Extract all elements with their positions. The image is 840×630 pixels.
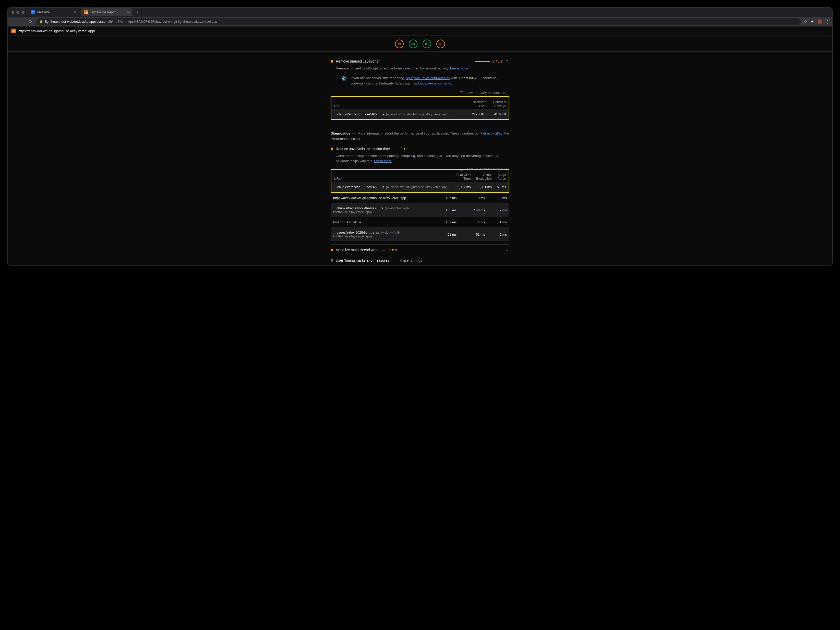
- audit-metric: 2.6 s: [389, 248, 397, 252]
- maximize-window-icon[interactable]: [21, 11, 25, 14]
- reload-button[interactable]: ⟳: [28, 19, 33, 24]
- tab-label: Measure: [37, 11, 50, 14]
- checkbox-icon[interactable]: [460, 92, 463, 94]
- minimize-window-icon[interactable]: [16, 11, 19, 14]
- url-path: /lh/html?url=https%3A%2F%2Faltay-dot-wtf…: [108, 20, 217, 24]
- col-url: URL: [332, 97, 467, 109]
- tab-label: Lighthouse Report: [90, 11, 117, 14]
- audit-remove-unused-js: Remove unused JavaScript 0.45 s ⌃ Remove…: [331, 56, 509, 125]
- score-gauges: 56 93 93 88: [8, 35, 832, 52]
- back-button[interactable]: ←: [10, 19, 16, 24]
- chevron-down-icon[interactable]: ⌄: [505, 248, 509, 252]
- audit-description: Remove unused JavaScript to reduce bytes…: [331, 63, 509, 74]
- lighthouse-icon: ◢: [11, 28, 16, 33]
- info-icon: [331, 259, 333, 262]
- url-host: lighthouse-dot-webdotdevsite.appspot.com: [45, 20, 108, 24]
- report-content: 56 93 93 88 Remove unused JavaScript 0.4…: [8, 35, 832, 265]
- audit-header[interactable]: Reduce JavaScript execution time — 2.1 s…: [331, 147, 509, 151]
- potential-savings: 41.6 KB: [488, 109, 508, 119]
- tested-url: https://altay-dot-wtf-git-lighthouse.alt…: [18, 29, 95, 33]
- transfer-size: 227.7 KB: [467, 109, 488, 119]
- audit-reduce-js-execution: Reduce JavaScript execution time — 2.1 s…: [331, 144, 509, 245]
- table-row: …chunks/efb7ccd….9ae5922….js (altay-dot-…: [332, 109, 508, 119]
- lock-icon: 🔒: [39, 20, 43, 24]
- tab-strip: ⏱ Measure × ◢ Lighthouse Report × +: [8, 8, 832, 17]
- bookmark-star-icon[interactable]: ☆: [804, 19, 807, 24]
- lighthouse-favicon-icon: ◢: [84, 10, 88, 14]
- chevron-up-icon[interactable]: ⌃: [505, 147, 509, 151]
- table-row: …chunks/efb7ccd….9ae5922….js (altay-dot-…: [332, 182, 508, 192]
- audit-title: Reduce JavaScript execution time: [336, 147, 390, 151]
- measure-favicon-icon: ⏱: [31, 10, 35, 14]
- gauge-seo[interactable]: 88: [436, 39, 445, 48]
- close-tab-icon[interactable]: ×: [127, 10, 129, 14]
- report-header: ◢ https://altay-dot-wtf-git-lighthouse.a…: [8, 27, 832, 35]
- address-bar[interactable]: 🔒 lighthouse-dot-webdotdevsite.appspot.c…: [36, 18, 801, 25]
- js-execution-table-rest: https://altay-dot-wtf-git-lighthouse.alt…: [331, 193, 509, 241]
- table-row: …chunks/framework.4fe44a7….js (altay-dot…: [331, 203, 509, 217]
- tab-measure[interactable]: ⏱ Measure ×: [28, 8, 79, 16]
- react-tip: If you are not server-side rendering, sp…: [331, 74, 509, 90]
- browser-window: ⏱ Measure × ◢ Lighthouse Report × + ← → …: [8, 8, 832, 265]
- close-tab-icon[interactable]: ×: [74, 10, 76, 14]
- gauge-performance[interactable]: 56: [395, 39, 404, 48]
- forward-button[interactable]: →: [19, 19, 25, 24]
- audit-metric: 2.1 s: [401, 147, 408, 151]
- audit-minimize-main-thread[interactable]: Minimize main-thread work — 2.6 s ⌄: [331, 245, 509, 255]
- gauge-best-practices[interactable]: 93: [423, 39, 431, 48]
- audit-description: Consider reducing the time spent parsing…: [331, 151, 509, 166]
- file-domain: (altay-dot-wtf-git-lighthouse.altay.verc…: [386, 185, 448, 189]
- extensions-icon[interactable]: ✦: [811, 19, 814, 24]
- directly-affect-link[interactable]: directly affect: [483, 131, 503, 135]
- profile-avatar[interactable]: [818, 19, 822, 24]
- col-potential-savings: PotentialSavings: [488, 97, 508, 109]
- table-row: https://altay-dot-wtf-git-lighthouse.alt…: [331, 193, 509, 203]
- file-name: https://altay-dot-wtf-git-lighthouse.alt…: [333, 196, 406, 200]
- file-name: …chunks/efb7ccd….9ae5922….js: [334, 112, 384, 116]
- file-domain: (altay-dot-wtf-git-lighthouse.altay.verc…: [386, 112, 448, 116]
- chevron-down-icon[interactable]: ⌄: [505, 259, 509, 262]
- close-window-icon[interactable]: [11, 11, 14, 14]
- file-name: Unattributable: [333, 220, 361, 224]
- audit-title: Remove unused JavaScript: [336, 59, 379, 63]
- split-bundles-link[interactable]: split your JavaScript bundles: [406, 76, 450, 80]
- third-party-toggle[interactable]: Show 3rd-party resources (0): [331, 166, 509, 172]
- table-row: …pages/index-902fb9b….js (altay-dot-wtf-…: [331, 227, 509, 242]
- audit-title: Minimize main-thread work: [336, 248, 378, 252]
- third-party-toggle[interactable]: Show 3rd-party resources (0): [331, 90, 509, 96]
- checkbox-icon[interactable]: [460, 168, 463, 171]
- unused-js-table: URL TransferSize PotentialSavings …chunk…: [332, 97, 508, 119]
- audit-user-timing[interactable]: User Timing marks and measures — 4 user …: [331, 255, 509, 265]
- chevron-up-icon[interactable]: ⌃: [505, 60, 509, 63]
- audit-header[interactable]: Remove unused JavaScript 0.45 s ⌃: [331, 59, 509, 63]
- report-menu-icon[interactable]: ⋮: [825, 29, 829, 33]
- diagnostics-heading: Diagnostics — More information about the…: [331, 125, 509, 144]
- file-name: …chunks/efb7ccd….9ae5922….js: [334, 185, 384, 189]
- gauge-accessibility[interactable]: 93: [409, 39, 417, 48]
- new-tab-button[interactable]: +: [134, 10, 141, 15]
- learn-more-link[interactable]: Learn more: [450, 66, 468, 70]
- col-transfer-size: TransferSize: [467, 97, 488, 109]
- window-controls[interactable]: [10, 11, 26, 14]
- browser-menu-icon[interactable]: ⋮: [826, 19, 830, 24]
- severity-icon: [331, 148, 333, 150]
- severity-icon: [331, 60, 333, 63]
- learn-more-link[interactable]: Learn more: [374, 159, 392, 163]
- severity-icon: [331, 249, 333, 251]
- audit-metric: 0.45 s: [493, 59, 502, 63]
- svg-point-0: [343, 78, 344, 79]
- js-execution-table: URL Total CPUTime ScriptEvaluation Scrip…: [332, 170, 508, 192]
- file-name: …pages/index-902fb9b….js: [333, 231, 374, 234]
- file-name: …chunks/framework.4fe44a7….js: [333, 206, 383, 210]
- browser-toolbar: ← → ⟳ 🔒 lighthouse-dot-webdotdevsite.app…: [8, 17, 832, 27]
- audit-metric: 4 user timings: [400, 258, 422, 262]
- impact-bar: [475, 61, 490, 62]
- audit-title: User Timing marks and measures: [336, 258, 389, 262]
- tab-lighthouse-report[interactable]: ◢ Lighthouse Report ×: [81, 8, 132, 16]
- react-icon: [341, 76, 346, 81]
- loadable-components-link[interactable]: loadable-components: [418, 81, 451, 85]
- table-row: Unattributable 153 ms 4 ms 1 ms: [331, 217, 509, 227]
- unused-js-table-highlighted: URL TransferSize PotentialSavings …chunk…: [331, 96, 509, 120]
